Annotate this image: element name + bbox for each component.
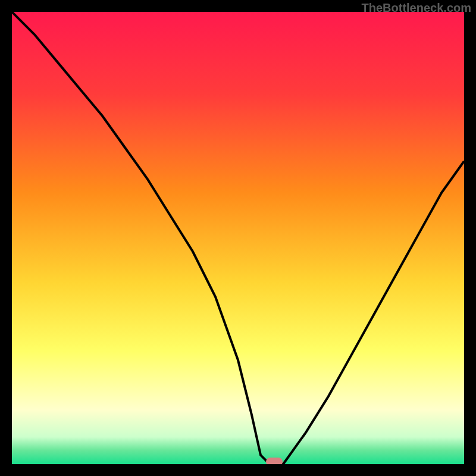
chart-optimal-marker: [266, 458, 283, 464]
chart-curve: [12, 12, 464, 464]
chart-plot-area: [12, 12, 464, 464]
watermark-text: TheBottleneck.com: [362, 1, 471, 15]
